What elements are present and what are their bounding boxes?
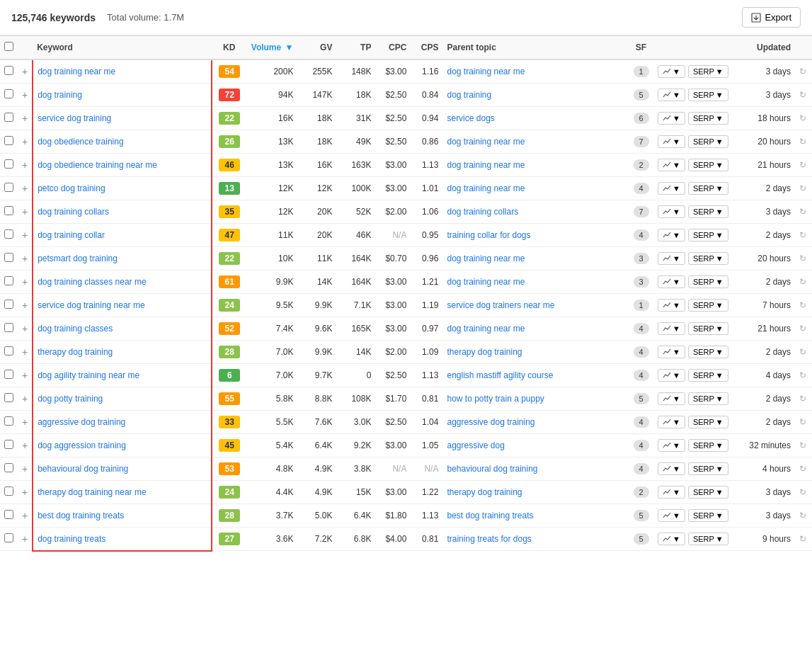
parent-link[interactable]: dog training near me xyxy=(447,324,525,334)
serp-button[interactable]: SERP ▼ xyxy=(688,392,728,405)
trend-button[interactable]: ▼ xyxy=(658,229,685,241)
plus-icon[interactable]: + xyxy=(22,440,28,451)
parent-link[interactable]: behavioural dog training xyxy=(447,464,537,474)
trend-button[interactable]: ▼ xyxy=(658,533,685,545)
row-checkbox[interactable] xyxy=(4,463,13,472)
plus-icon[interactable]: + xyxy=(22,346,28,358)
plus-icon[interactable]: + xyxy=(22,370,28,381)
parent-link[interactable]: service dogs xyxy=(447,113,494,123)
parent-link[interactable]: dog training collars xyxy=(447,207,518,217)
row-checkbox[interactable] xyxy=(4,136,13,145)
refresh-icon[interactable]: ↻ xyxy=(799,207,806,217)
plus-icon[interactable]: + xyxy=(22,393,28,404)
refresh-icon[interactable]: ↻ xyxy=(799,300,806,310)
parent-link[interactable]: therapy dog training xyxy=(447,347,522,357)
parent-link[interactable]: dog training near me xyxy=(447,137,525,147)
parent-link[interactable]: best dog training treats xyxy=(447,511,533,520)
refresh-icon[interactable]: ↻ xyxy=(799,417,806,427)
keyword-link[interactable]: aggressive dog training xyxy=(38,417,125,427)
refresh-icon[interactable]: ↻ xyxy=(799,487,806,497)
keyword-link[interactable]: dog obedience training xyxy=(38,137,123,147)
keyword-link[interactable]: dog obedience training near me xyxy=(38,160,157,170)
trend-button[interactable]: ▼ xyxy=(658,509,685,522)
serp-button[interactable]: SERP ▼ xyxy=(688,462,728,475)
serp-button[interactable]: SERP ▼ xyxy=(688,299,728,312)
keyword-link[interactable]: dog training near me xyxy=(38,67,115,76)
trend-button[interactable]: ▼ xyxy=(658,112,685,125)
row-checkbox[interactable] xyxy=(4,66,13,75)
parent-link[interactable]: how to potty train a puppy xyxy=(447,394,544,404)
serp-button[interactable]: SERP ▼ xyxy=(688,182,728,195)
parent-link[interactable]: dog training near me xyxy=(447,277,525,287)
serp-button[interactable]: SERP ▼ xyxy=(688,135,728,148)
refresh-icon[interactable]: ↻ xyxy=(799,160,806,170)
keyword-link[interactable]: dog training classes xyxy=(38,324,113,334)
refresh-icon[interactable]: ↻ xyxy=(799,347,806,357)
serp-button[interactable]: SERP ▼ xyxy=(688,205,728,218)
serp-button[interactable]: SERP ▼ xyxy=(688,346,728,358)
refresh-icon[interactable]: ↻ xyxy=(799,254,806,263)
parent-link[interactable]: dog training near me xyxy=(447,160,525,170)
serp-button[interactable]: SERP ▼ xyxy=(688,159,728,171)
trend-button[interactable]: ▼ xyxy=(658,439,685,452)
serp-button[interactable]: SERP ▼ xyxy=(688,275,728,288)
trend-button[interactable]: ▼ xyxy=(658,416,685,428)
keyword-link[interactable]: service dog training near me xyxy=(38,300,144,310)
keyword-link[interactable]: petsmart dog training xyxy=(38,254,118,263)
plus-icon[interactable]: + xyxy=(22,463,28,474)
row-checkbox[interactable] xyxy=(4,323,13,332)
serp-button[interactable]: SERP ▼ xyxy=(688,89,728,101)
trend-button[interactable]: ▼ xyxy=(658,486,685,499)
plus-icon[interactable]: + xyxy=(22,183,28,194)
serp-button[interactable]: SERP ▼ xyxy=(688,439,728,452)
refresh-icon[interactable]: ↻ xyxy=(799,183,806,193)
parent-link[interactable]: aggressive dog xyxy=(447,440,504,450)
refresh-icon[interactable]: ↻ xyxy=(799,464,806,474)
keyword-link[interactable]: therapy dog training near me xyxy=(38,487,146,497)
trend-button[interactable]: ▼ xyxy=(658,322,685,335)
plus-icon[interactable]: + xyxy=(22,300,28,311)
serp-button[interactable]: SERP ▼ xyxy=(688,112,728,125)
export-button[interactable]: Export xyxy=(742,7,801,28)
trend-button[interactable]: ▼ xyxy=(658,392,685,405)
plus-icon[interactable]: + xyxy=(22,253,28,264)
serp-button[interactable]: SERP ▼ xyxy=(688,509,728,522)
plus-icon[interactable]: + xyxy=(22,66,28,77)
keyword-link[interactable]: dog training classes near me xyxy=(38,277,146,287)
refresh-icon[interactable]: ↻ xyxy=(799,370,806,380)
serp-button[interactable]: SERP ▼ xyxy=(688,322,728,335)
keyword-link[interactable]: dog training xyxy=(38,90,82,100)
row-checkbox[interactable] xyxy=(4,393,13,402)
trend-button[interactable]: ▼ xyxy=(658,65,685,78)
parent-link[interactable]: training treats for dogs xyxy=(447,534,531,544)
parent-link[interactable]: therapy dog training xyxy=(447,487,522,497)
parent-link[interactable]: dog training near me xyxy=(447,67,525,76)
serp-button[interactable]: SERP ▼ xyxy=(688,65,728,78)
trend-button[interactable]: ▼ xyxy=(658,462,685,475)
row-checkbox[interactable] xyxy=(4,416,13,426)
row-checkbox[interactable] xyxy=(4,370,13,379)
row-checkbox[interactable] xyxy=(4,229,13,239)
keyword-link[interactable]: petco dog training xyxy=(38,183,105,193)
refresh-icon[interactable]: ↻ xyxy=(799,440,806,450)
trend-button[interactable]: ▼ xyxy=(658,205,685,218)
keyword-link[interactable]: dog training collar xyxy=(38,230,105,240)
refresh-icon[interactable]: ↻ xyxy=(799,534,806,544)
row-checkbox[interactable] xyxy=(4,510,13,519)
row-checkbox[interactable] xyxy=(4,276,13,285)
serp-button[interactable]: SERP ▼ xyxy=(688,486,728,499)
parent-link[interactable]: english mastiff agility course xyxy=(447,370,553,380)
refresh-icon[interactable]: ↻ xyxy=(799,113,806,123)
plus-icon[interactable]: + xyxy=(22,136,28,147)
parent-link[interactable]: dog training near me xyxy=(447,183,525,193)
trend-button[interactable]: ▼ xyxy=(658,252,685,265)
row-checkbox[interactable] xyxy=(4,113,13,122)
serp-button[interactable]: SERP ▼ xyxy=(688,369,728,382)
row-checkbox[interactable] xyxy=(4,89,13,98)
parent-link[interactable]: service dog trainers near me xyxy=(447,300,554,310)
keyword-link[interactable]: behavioural dog training xyxy=(38,464,128,474)
trend-button[interactable]: ▼ xyxy=(658,346,685,358)
col-volume-header[interactable]: Volume ▼ xyxy=(247,36,298,60)
row-checkbox[interactable] xyxy=(4,440,13,449)
refresh-icon[interactable]: ↻ xyxy=(799,90,806,100)
